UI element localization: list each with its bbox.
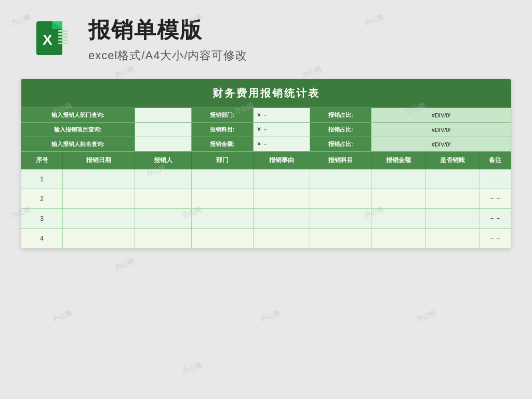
filter-label-name: 输入报销人姓名查询: bbox=[21, 137, 135, 152]
cell-date-4 bbox=[63, 229, 135, 248]
filter-value-dept[interactable] bbox=[135, 108, 192, 123]
cell-subject-2 bbox=[310, 189, 371, 209]
filter-currency-dept: ¥ － bbox=[253, 108, 310, 123]
col-header-seq: 序号 bbox=[21, 152, 63, 169]
cell-reason-4 bbox=[253, 229, 310, 248]
cell-remark-1: －－ bbox=[480, 169, 511, 189]
expense-table: 财务费用报销统计表 输入报销人部门查询: 报销部门: ¥ － 报销占比: #DI… bbox=[21, 79, 511, 248]
cell-dept-2 bbox=[192, 189, 253, 209]
filter-error-3: #DIV/0! bbox=[371, 137, 511, 152]
svg-rect-4 bbox=[58, 30, 68, 32]
cell-dept-1 bbox=[192, 169, 253, 189]
watermark: 办公网 bbox=[181, 361, 203, 376]
cell-seq-2: 2 bbox=[21, 189, 63, 209]
svg-rect-8 bbox=[58, 43, 68, 44]
cell-date-1 bbox=[63, 169, 135, 189]
svg-rect-7 bbox=[58, 39, 68, 41]
cell-settled-3 bbox=[425, 209, 480, 229]
svg-rect-6 bbox=[58, 36, 68, 38]
filter-error-1: #DIV/0! bbox=[371, 108, 511, 123]
page-subtitle: excel格式/A4大小/内容可修改 bbox=[88, 48, 248, 63]
cell-reason-1 bbox=[253, 169, 310, 189]
filter-label-ratio2: 报销占比: bbox=[310, 123, 371, 137]
cell-person-4 bbox=[135, 229, 192, 248]
cell-remark-2: －－ bbox=[480, 189, 511, 209]
watermark: 办公网 bbox=[51, 309, 73, 324]
column-header-row: 序号 报销日期 报销人 部门 报销事由 报销科目 报销金额 是否销账 备注 bbox=[21, 152, 511, 169]
cell-settled-2 bbox=[425, 189, 480, 209]
table-row: 2 －－ bbox=[21, 189, 511, 209]
cell-settled-1 bbox=[425, 169, 480, 189]
cell-person-1 bbox=[135, 169, 192, 189]
table-row: 1 －－ bbox=[21, 169, 511, 189]
cell-amount-3 bbox=[371, 209, 425, 229]
col-header-dept: 部门 bbox=[192, 152, 253, 169]
table-row: 3 －－ bbox=[21, 209, 511, 229]
table-title-row: 财务费用报销统计表 bbox=[21, 79, 511, 108]
svg-text:X: X bbox=[43, 32, 52, 48]
filter-label-ratio3: 报销占比: bbox=[310, 137, 371, 152]
document-area: 财务费用报销统计表 输入报销人部门查询: 报销部门: ¥ － 报销占比: #DI… bbox=[21, 79, 511, 248]
svg-rect-5 bbox=[58, 33, 68, 35]
table-row: 4 －－ bbox=[21, 229, 511, 248]
filter-value-item[interactable] bbox=[135, 123, 192, 137]
cell-amount-2 bbox=[371, 189, 425, 209]
col-header-amount: 报销金额 bbox=[371, 152, 425, 169]
filter-label-dept2: 报销部门: bbox=[192, 108, 253, 123]
cell-amount-4 bbox=[371, 229, 425, 248]
filter-label-ratio1: 报销占比: bbox=[310, 108, 371, 123]
cell-seq-3: 3 bbox=[21, 209, 63, 229]
filter-label-item: 输入报销项目查询: bbox=[21, 123, 135, 137]
filter-row-3: 输入报销人姓名查询: 报销金额: ¥ － 报销占比: #DIV/0! bbox=[21, 137, 511, 152]
cell-seq-4: 4 bbox=[21, 229, 63, 248]
filter-currency-amount: ¥ － bbox=[253, 137, 310, 152]
cell-person-2 bbox=[135, 189, 192, 209]
cell-dept-3 bbox=[192, 209, 253, 229]
cell-reason-2 bbox=[253, 189, 310, 209]
filter-label-amount: 报销金额: bbox=[192, 137, 253, 152]
excel-icon: X bbox=[31, 19, 73, 60]
cell-date-3 bbox=[63, 209, 135, 229]
col-header-remark: 备注 bbox=[480, 152, 511, 169]
cell-amount-1 bbox=[371, 169, 425, 189]
filter-currency-item: ¥ － bbox=[253, 123, 310, 137]
col-header-person: 报销人 bbox=[135, 152, 192, 169]
cell-subject-4 bbox=[310, 229, 371, 248]
filter-label-dept: 输入报销人部门查询: bbox=[21, 108, 135, 123]
col-header-settled: 是否销账 bbox=[425, 152, 480, 169]
filter-error-2: #DIV/0! bbox=[371, 123, 511, 137]
table-title: 财务费用报销统计表 bbox=[21, 79, 511, 108]
cell-subject-3 bbox=[310, 209, 371, 229]
col-header-date: 报销日期 bbox=[63, 152, 135, 169]
cell-remark-3: －－ bbox=[480, 209, 511, 229]
cell-dept-4 bbox=[192, 229, 253, 248]
watermark: 办公网 bbox=[113, 257, 136, 272]
watermark: 办公网 bbox=[259, 309, 281, 324]
filter-value-name[interactable] bbox=[135, 137, 192, 152]
cell-settled-4 bbox=[425, 229, 480, 248]
cell-person-3 bbox=[135, 209, 192, 229]
col-header-reason: 报销事由 bbox=[253, 152, 310, 169]
title-block: 报销单模版 excel格式/A4大小/内容可修改 bbox=[88, 16, 248, 63]
cell-date-2 bbox=[63, 189, 135, 209]
cell-remark-4: －－ bbox=[480, 229, 511, 248]
filter-row-1: 输入报销人部门查询: 报销部门: ¥ － 报销占比: #DIV/0! bbox=[21, 108, 511, 123]
filter-label-item2: 报销科目: bbox=[192, 123, 253, 137]
page-title: 报销单模版 bbox=[88, 16, 248, 45]
top-area: X 报销单模版 excel格式/A4大小/内容可修改 bbox=[0, 0, 532, 74]
cell-subject-1 bbox=[310, 169, 371, 189]
filter-row-2: 输入报销项目查询: 报销科目: ¥ － 报销占比: #DIV/0! bbox=[21, 123, 511, 137]
watermark: 办公网 bbox=[415, 309, 437, 324]
cell-reason-3 bbox=[253, 209, 310, 229]
cell-seq-1: 1 bbox=[21, 169, 63, 189]
col-header-subject: 报销科目 bbox=[310, 152, 371, 169]
